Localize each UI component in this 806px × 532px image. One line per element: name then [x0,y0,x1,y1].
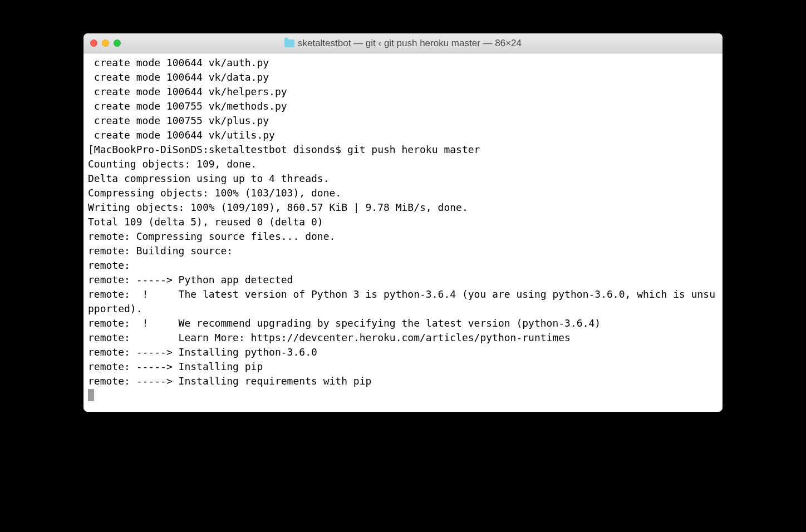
terminal-cursor-line [88,388,718,403]
traffic-lights [90,40,121,47]
terminal-body[interactable]: create mode 100644 vk/auth.py create mod… [83,53,723,412]
terminal-line: [MacBookPro-DiSonDS:sketaltestbot disond… [88,142,718,157]
terminal-line: remote: [88,258,718,273]
terminal-line: Writing objects: 100% (109/109), 860.57 … [88,200,718,215]
terminal-line: remote: Compressing source files... done… [88,229,718,244]
terminal-line: remote: Building source: [88,244,718,258]
terminal-line: create mode 100644 vk/data.py [88,70,718,85]
close-button[interactable] [90,40,97,47]
terminal-line: Compressing objects: 100% (103/103), don… [88,186,718,200]
maximize-button[interactable] [114,40,121,47]
terminal-line: remote: ! The latest version of Python 3… [88,287,718,316]
terminal-line: create mode 100644 vk/helpers.py [88,85,718,99]
terminal-line: remote: -----> Installing python-3.6.0 [88,345,718,359]
terminal-line: remote: -----> Python app detected [88,273,718,287]
terminal-line: Counting objects: 109, done. [88,157,718,171]
terminal-line: remote: -----> Installing pip [88,359,718,374]
folder-icon [284,40,294,47]
terminal-line: create mode 100755 vk/plus.py [88,114,718,128]
terminal-window: sketaltestbot — git ‹ git push heroku ma… [83,33,723,412]
terminal-line: remote: Learn More: https://devcenter.he… [88,331,718,345]
terminal-line: create mode 100644 vk/auth.py [88,56,718,70]
terminal-line: Total 109 (delta 5), reused 0 (delta 0) [88,215,718,229]
minimize-button[interactable] [102,40,109,47]
title-bar: sketaltestbot — git ‹ git push heroku ma… [83,33,723,53]
terminal-line: create mode 100755 vk/methods.py [88,99,718,114]
window-title: sketaltestbot — git ‹ git push heroku ma… [298,38,522,49]
terminal-line: remote: -----> Installing requirements w… [88,374,718,388]
window-title-container: sketaltestbot — git ‹ git push heroku ma… [83,38,723,49]
terminal-line: remote: ! We recommend upgrading by spec… [88,316,718,331]
cursor [88,389,94,401]
terminal-line: Delta compression using up to 4 threads. [88,171,718,186]
terminal-line: create mode 100644 vk/utils.py [88,128,718,142]
